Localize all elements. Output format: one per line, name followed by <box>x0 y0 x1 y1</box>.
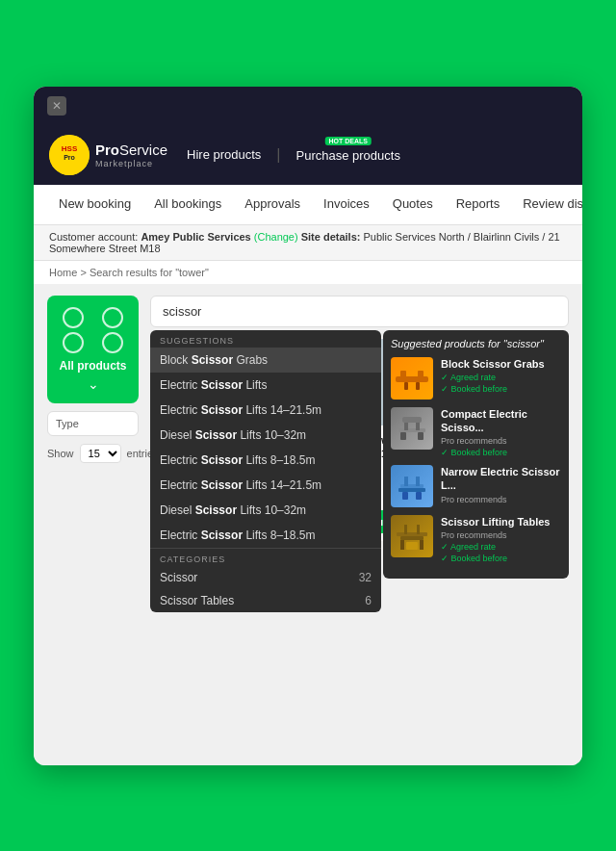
suggested-product-info-3: Scissor Lifting Tables Pro recommends ✓ … <box>441 515 561 563</box>
suggested-product-2[interactable]: Narrow Electric Scissor L... Pro recomme… <box>391 465 561 507</box>
svg-rect-18 <box>402 492 408 500</box>
main-nav: Hire products | HOT DEALS Purchase produ… <box>187 146 567 164</box>
suggested-product-name-1: Compact Electric Scisso... <box>441 407 561 435</box>
suggestion-item-0[interactable]: Block Scissor Grabs <box>150 348 381 373</box>
svg-rect-11 <box>400 432 406 440</box>
svg-rect-4 <box>400 371 406 378</box>
categories-section-label: CATEGORIES <box>150 548 381 566</box>
suggested-title: Suggested products for "scissor" <box>391 338 561 349</box>
search-input[interactable] <box>150 296 569 327</box>
type-filter[interactable]: Type <box>47 411 139 436</box>
suggested-pro-2: Pro recommends <box>441 495 561 504</box>
nav-separator: | <box>276 146 280 164</box>
logo-pro: Pro <box>95 142 119 158</box>
scissor-count: 32 <box>359 571 372 584</box>
svg-rect-12 <box>418 432 424 440</box>
svg-rect-23 <box>400 536 424 540</box>
suggested-product-img-1 <box>391 407 433 450</box>
filter-icon-4 <box>102 332 123 353</box>
suggested-product-3[interactable]: Scissor Lifting Tables Pro recommends ✓ … <box>391 515 561 563</box>
filter-label: All products <box>55 359 131 373</box>
breadcrumb-home[interactable]: Home <box>49 267 77 278</box>
svg-rect-5 <box>418 371 424 378</box>
logo-marketplace: Marketplace <box>95 159 167 168</box>
nav-reports[interactable]: Reports <box>447 185 510 224</box>
search-area: SUGGESTIONS Block Scissor Grabs Electric… <box>150 296 569 542</box>
suggestion-item-1[interactable]: Electric Scissor Lifts <box>150 373 381 398</box>
svg-text:Pro: Pro <box>64 154 75 161</box>
suggested-product-name-2: Narrow Electric Scissor L... <box>441 465 561 493</box>
filter-icon-1 <box>63 307 84 328</box>
svg-rect-20 <box>397 532 427 536</box>
suggested-product-img-2 <box>391 465 433 507</box>
svg-text:HSS: HSS <box>62 144 78 153</box>
suggested-product-0[interactable]: Block Scissor Grabs ✓ Agreed rate ✓ Book… <box>391 357 561 400</box>
suggested-product-info-2: Narrow Electric Scissor L... Pro recomme… <box>441 465 561 504</box>
customer-account-name: Amey Public Services <box>141 231 250 243</box>
nav-review-disputes[interactable]: Review disputes <box>513 185 582 224</box>
svg-rect-8 <box>398 428 425 432</box>
suggestion-item-7[interactable]: Electric Scissor Lifts 8–18.5m <box>150 523 381 548</box>
svg-rect-26 <box>406 542 418 550</box>
suggestions-dropdown: SUGGESTIONS Block Scissor Grabs Electric… <box>150 330 381 612</box>
suggestion-item-5[interactable]: Electric Scissor Lifts 14–21.5m <box>150 473 381 498</box>
logo-service: Service <box>119 142 167 158</box>
customer-bar: Customer account: Amey Public Services (… <box>34 225 582 261</box>
suggestion-item-6[interactable]: Diesel Scissor Lifts 10–32m <box>150 498 381 523</box>
show-select[interactable]: 15 25 50 <box>80 444 121 463</box>
hot-deals-badge: HOT DEALS <box>324 137 371 145</box>
svg-rect-6 <box>404 382 408 390</box>
svg-rect-17 <box>398 488 425 492</box>
site-header: HSS Pro ProService Marketplace Hire prod… <box>34 125 582 185</box>
browser-window: ✕ HSS Pro ProService Marketplace Hire pr… <box>34 87 582 765</box>
change-account-link[interactable]: (Change) <box>254 231 298 243</box>
site-details-label: Site details: <box>301 231 364 243</box>
breadcrumb-current: Search results for "tower" <box>90 267 209 278</box>
nav-quotes[interactable]: Quotes <box>383 185 443 224</box>
svg-rect-22 <box>417 525 420 534</box>
suggested-product-name-0: Block Scissor Grabs <box>441 357 561 371</box>
breadcrumb: Home > Search results for "tower" <box>34 261 582 284</box>
svg-rect-14 <box>400 484 424 488</box>
svg-rect-21 <box>404 525 407 534</box>
suggested-products-panel: Suggested products for "scissor" <box>383 330 569 580</box>
svg-rect-16 <box>416 477 420 486</box>
suggested-product-info-0: Block Scissor Grabs ✓ Agreed rate ✓ Book… <box>441 357 561 394</box>
suggested-pro-1: Pro recommends <box>441 436 561 446</box>
purchase-products-link[interactable]: Purchase products <box>296 148 400 163</box>
category-scissor[interactable]: Scissor 32 <box>150 566 381 589</box>
svg-rect-24 <box>400 540 404 550</box>
suggestion-item-2[interactable]: Electric Scissor Lifts 14–21.5m <box>150 398 381 423</box>
show-row: Show 15 25 50 entries <box>47 444 139 463</box>
scissor-tables-count: 6 <box>365 594 372 607</box>
suggested-agreed-0: ✓ Agreed rate <box>441 373 561 382</box>
chevron-down-icon: ⌄ <box>55 376 131 392</box>
nav-new-booking[interactable]: New booking <box>49 185 141 224</box>
logo[interactable]: HSS Pro ProService Marketplace <box>49 135 167 175</box>
suggested-product-img-3 <box>391 515 433 557</box>
nav-invoices[interactable]: Invoices <box>314 185 379 224</box>
sidebar-filter: All products ⌄ Type Show 15 25 50 entrie… <box>47 296 139 542</box>
all-products-filter[interactable]: All products ⌄ <box>47 296 139 403</box>
suggestion-item-4[interactable]: Electric Scissor Lifts 8–18.5m <box>150 448 381 473</box>
category-scissor-tables[interactable]: Scissor Tables 6 <box>150 589 381 612</box>
suggestion-item-3[interactable]: Diesel Scissor Lifts 10–32m <box>150 423 381 448</box>
suggestions-section-label: SUGGESTIONS <box>150 330 381 348</box>
nav-approvals[interactable]: Approvals <box>235 185 310 224</box>
logo-text: ProService Marketplace <box>95 142 167 168</box>
breadcrumb-separator: > <box>80 267 89 278</box>
suggested-agreed-3: ✓ Agreed rate <box>441 542 561 552</box>
suggested-product-1[interactable]: Compact Electric Scisso... Pro recommend… <box>391 407 561 458</box>
hire-products-link[interactable]: Hire products <box>187 147 261 162</box>
svg-rect-19 <box>416 492 422 500</box>
main-content: All products ⌄ Type Show 15 25 50 entrie… <box>34 284 582 765</box>
filter-icons-grid <box>55 307 131 353</box>
suggested-product-info-1: Compact Electric Scisso... Pro recommend… <box>441 407 561 458</box>
close-button[interactable]: ✕ <box>47 96 66 116</box>
svg-rect-7 <box>416 382 420 390</box>
content-row: All products ⌄ Type Show 15 25 50 entrie… <box>47 296 569 542</box>
purchase-products-wrap: HOT DEALS Purchase products <box>296 146 400 164</box>
suggested-booked-1: ✓ Booked before <box>441 448 561 457</box>
nav-all-bookings[interactable]: All bookings <box>144 185 231 224</box>
show-label: Show <box>47 448 74 459</box>
